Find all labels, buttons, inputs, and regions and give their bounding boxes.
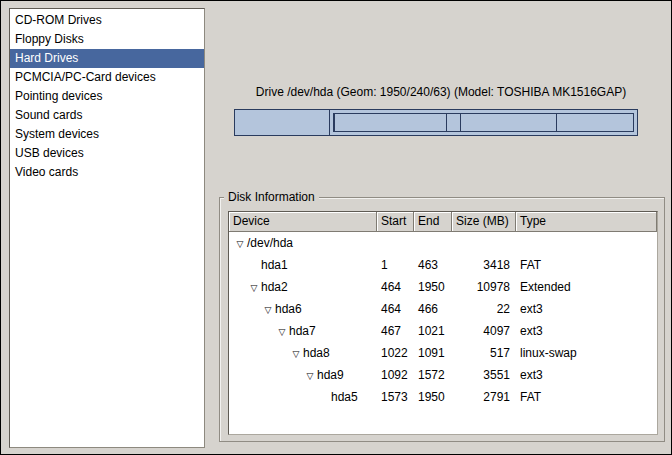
tree-expander-icon[interactable]: ▽ xyxy=(261,299,275,320)
disk-information-label: Disk Information xyxy=(224,190,319,205)
size-cell xyxy=(452,232,516,254)
start-cell: 1 xyxy=(377,254,414,276)
start-cell: 1092 xyxy=(377,364,414,386)
type-cell: ext3 xyxy=(516,320,657,342)
sidebar-item-usb-devices[interactable]: USB devices xyxy=(10,144,204,163)
sidebar-item-pointing-devices[interactable]: Pointing devices xyxy=(10,87,204,106)
disk-information-frame: Disk Information Device Start End Size (… xyxy=(219,197,665,442)
start-cell: 1573 xyxy=(377,386,414,408)
hardware-browser-window: CD-ROM DrivesFloppy DisksHard DrivesPCMC… xyxy=(0,0,672,455)
column-header-end[interactable]: End xyxy=(414,212,452,232)
start-cell: 467 xyxy=(377,320,414,342)
column-header-type[interactable]: Type xyxy=(516,212,657,232)
partition-bar xyxy=(234,109,638,136)
device-name: hda1 xyxy=(261,258,288,272)
drive-title: Drive /dev/hda (Geom: 1950/240/63) (Mode… xyxy=(217,85,665,99)
type-cell: FAT xyxy=(516,386,657,408)
device-category-list[interactable]: CD-ROM DrivesFloppy DisksHard DrivesPCMC… xyxy=(9,8,205,448)
type-cell: ext3 xyxy=(516,364,657,386)
device-name: /dev/hda xyxy=(247,236,293,250)
size-cell: 517 xyxy=(452,342,516,364)
size-cell: 3551 xyxy=(452,364,516,386)
end-cell: 463 xyxy=(414,254,452,276)
type-cell: FAT xyxy=(516,254,657,276)
tree-expander-icon[interactable]: ▽ xyxy=(247,277,261,298)
device-name: hda6 xyxy=(275,302,302,316)
tree-expander-icon[interactable]: ▽ xyxy=(275,321,289,342)
sidebar-item-pcmcia-pc-card-devices[interactable]: PCMCIA/PC-Card devices xyxy=(10,68,204,87)
type-cell: Extended xyxy=(516,276,657,298)
sidebar-item-system-devices[interactable]: System devices xyxy=(10,125,204,144)
table-row[interactable]: ▽hda810221091517linux-swap xyxy=(229,342,657,364)
column-header-size[interactable]: Size (MB) xyxy=(452,212,516,232)
table-row[interactable]: ▽hda9109215723551ext3 xyxy=(229,364,657,386)
start-cell: 1022 xyxy=(377,342,414,364)
end-cell: 466 xyxy=(414,298,452,320)
partition-segment-extended xyxy=(330,110,637,135)
device-cell: ▽hda2 xyxy=(229,276,377,298)
column-header-start[interactable]: Start xyxy=(377,212,414,232)
device-cell: ▽/dev/hda xyxy=(229,232,377,254)
tree-expander-icon[interactable]: ▽ xyxy=(303,365,317,386)
device-cell: ▽hda7 xyxy=(229,320,377,342)
partition-segment-hda9 xyxy=(461,114,557,131)
device-cell: hda1 xyxy=(229,254,377,276)
tree-indent xyxy=(233,268,247,269)
device-name: hda9 xyxy=(317,368,344,382)
tree-indent xyxy=(233,312,261,313)
sidebar-item-sound-cards[interactable]: Sound cards xyxy=(10,106,204,125)
table-row[interactable]: ▽/dev/hda xyxy=(229,232,657,254)
tree-indent xyxy=(233,378,303,379)
device-cell: hda5 xyxy=(229,386,377,408)
start-cell: 464 xyxy=(377,298,414,320)
type-cell: ext3 xyxy=(516,298,657,320)
end-cell xyxy=(414,232,452,254)
size-cell: 4097 xyxy=(452,320,516,342)
tree-indent xyxy=(233,356,289,357)
device-cell: ▽hda8 xyxy=(229,342,377,364)
size-cell: 3418 xyxy=(452,254,516,276)
device-name: hda5 xyxy=(331,390,358,404)
device-name: hda8 xyxy=(303,346,330,360)
size-cell: 22 xyxy=(452,298,516,320)
end-cell: 1091 xyxy=(414,342,452,364)
type-cell: linux-swap xyxy=(516,342,657,364)
table-row[interactable]: hda114633418FAT xyxy=(229,254,657,276)
table-row[interactable]: ▽hda746710214097ext3 xyxy=(229,320,657,342)
end-cell: 1021 xyxy=(414,320,452,342)
device-cell: ▽hda9 xyxy=(229,364,377,386)
tree-indent xyxy=(233,400,317,401)
tree-indent xyxy=(233,290,247,291)
partition-segment-hda7 xyxy=(335,114,446,131)
tree-expander-icon[interactable]: ▽ xyxy=(289,343,303,364)
partition-segment-hda5 xyxy=(557,114,633,131)
start-cell xyxy=(377,232,414,254)
start-cell: 464 xyxy=(377,276,414,298)
column-header-device[interactable]: Device xyxy=(229,212,377,232)
tree-indent xyxy=(233,334,275,335)
end-cell: 1950 xyxy=(414,276,452,298)
partition-segment-hda8 xyxy=(447,114,461,131)
device-name: hda2 xyxy=(261,280,288,294)
end-cell: 1572 xyxy=(414,364,452,386)
table-body: ▽/dev/hdahda114633418FAT▽hda246419501097… xyxy=(229,232,657,408)
device-cell: ▽hda6 xyxy=(229,298,377,320)
disk-information-table: Device Start End Size (MB) Type ▽/dev/hd… xyxy=(228,211,658,435)
table-row[interactable]: ▽hda646446622ext3 xyxy=(229,298,657,320)
table-header-row: Device Start End Size (MB) Type xyxy=(229,212,657,232)
sidebar-item-video-cards[interactable]: Video cards xyxy=(10,163,204,182)
table-row[interactable]: ▽hda2464195010978Extended xyxy=(229,276,657,298)
sidebar-item-floppy-disks[interactable]: Floppy Disks xyxy=(10,30,204,49)
tree-expander-icon[interactable]: ▽ xyxy=(233,233,247,254)
size-cell: 10978 xyxy=(452,276,516,298)
table-row[interactable]: hda5157319502791FAT xyxy=(229,386,657,408)
size-cell: 2791 xyxy=(452,386,516,408)
sidebar-item-cd-rom-drives[interactable]: CD-ROM Drives xyxy=(10,11,204,30)
logical-partitions-wrap xyxy=(333,113,634,132)
device-name: hda7 xyxy=(289,324,316,338)
end-cell: 1950 xyxy=(414,386,452,408)
partition-segment-primary xyxy=(235,110,330,135)
type-cell xyxy=(516,232,657,254)
sidebar-item-hard-drives[interactable]: Hard Drives xyxy=(10,49,204,68)
